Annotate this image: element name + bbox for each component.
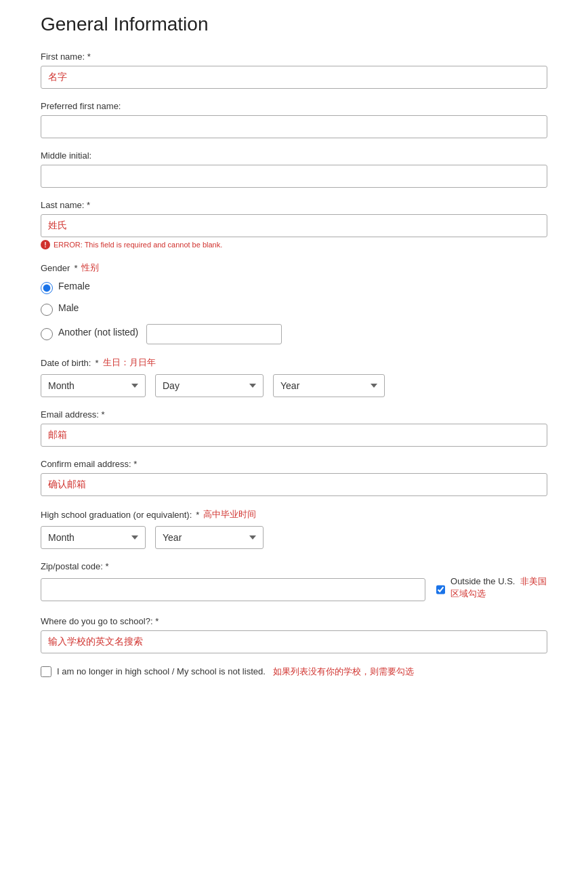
gender-radio-group: Female Male Another (not listed) (41, 281, 547, 344)
error-icon: ! (41, 240, 50, 249)
first-name-label: First name: * (41, 52, 547, 62)
hs-month-select[interactable]: Month JanuaryFebruaryMarch AprilMayJune … (41, 526, 146, 549)
outside-us-label: Outside the U.S. 非美国区域勾选 (450, 575, 547, 600)
dob-month-select[interactable]: Month JanuaryFebruaryMarch AprilMayJune … (41, 374, 146, 397)
email-input[interactable] (41, 424, 547, 447)
no-school-checkbox[interactable] (41, 666, 51, 677)
outside-us-row: Outside the U.S. 非美国区域勾选 (436, 575, 547, 604)
zip-input[interactable] (41, 578, 425, 601)
page-title: General Information (41, 14, 547, 35)
dob-group: Date of birth: * 生日：月日年 Month JanuaryFeb… (41, 357, 547, 397)
preferred-first-name-label: Preferred first name: (41, 101, 547, 111)
confirm-email-label: Confirm email address: * (41, 459, 547, 469)
gender-another-row: Another (not listed) (41, 324, 547, 344)
middle-initial-group: Middle initial: (41, 150, 547, 188)
outside-us-checkbox[interactable] (436, 584, 445, 595)
gender-female-label: Female (58, 281, 90, 291)
preferred-first-name-group: Preferred first name: (41, 101, 547, 138)
gender-another-radio[interactable] (41, 328, 53, 340)
gender-another-label: Another (not listed) (58, 327, 138, 338)
last-name-error: ! ERROR: This field is required and cann… (41, 240, 547, 249)
last-name-input[interactable] (41, 214, 547, 237)
no-school-row: I am no longer in high school / My schoo… (41, 666, 547, 678)
middle-initial-input[interactable] (41, 165, 547, 188)
no-school-label: I am no longer in high school / My schoo… (57, 666, 414, 678)
hs-grad-date-row: Month JanuaryFebruaryMarch AprilMayJune … (41, 526, 547, 549)
hs-grad-group: High school graduation (or equivalent): … (41, 508, 547, 549)
gender-header: Gender * 性别 (41, 262, 547, 274)
gender-male-label: Male (58, 302, 79, 313)
first-name-input[interactable] (41, 66, 547, 89)
dob-date-row: Month JanuaryFebruaryMarch AprilMayJune … (41, 374, 547, 397)
first-name-group: First name: * (41, 52, 547, 89)
gender-group: Gender * 性别 Female Male Another (not lis… (41, 262, 547, 344)
gender-another-input[interactable] (146, 324, 282, 344)
confirm-email-input[interactable] (41, 473, 547, 496)
school-label: Where do you go to school?: * (41, 616, 547, 626)
zip-label: Zip/postal code: * (41, 561, 547, 571)
zip-group: Zip/postal code: * Outside the U.S. 非美国区… (41, 561, 547, 604)
school-group: Where do you go to school?: * (41, 616, 547, 653)
dob-header: Date of birth: * 生日：月日年 (41, 357, 547, 369)
hs-year-select[interactable]: Year 202420252026 (155, 526, 264, 549)
confirm-email-group: Confirm email address: * (41, 459, 547, 496)
email-group: Email address: * (41, 409, 547, 447)
last-name-group: Last name: * ! ERROR: This field is requ… (41, 200, 547, 249)
zip-row: Outside the U.S. 非美国区域勾选 (41, 575, 547, 604)
gender-female-radio[interactable] (41, 282, 53, 294)
dob-day-select[interactable]: Day 1234 5678 (155, 374, 264, 397)
hs-grad-header: High school graduation (or equivalent): … (41, 508, 547, 521)
school-input[interactable] (41, 630, 547, 653)
middle-initial-label: Middle initial: (41, 150, 547, 161)
gender-female-row: Female (41, 281, 547, 296)
gender-male-row: Male (41, 302, 547, 317)
email-label: Email address: * (41, 409, 547, 420)
last-name-label: Last name: * (41, 200, 547, 210)
dob-year-select[interactable]: Year 2006200520042003 (273, 374, 385, 397)
gender-male-radio[interactable] (41, 304, 53, 316)
preferred-first-name-input[interactable] (41, 115, 547, 138)
